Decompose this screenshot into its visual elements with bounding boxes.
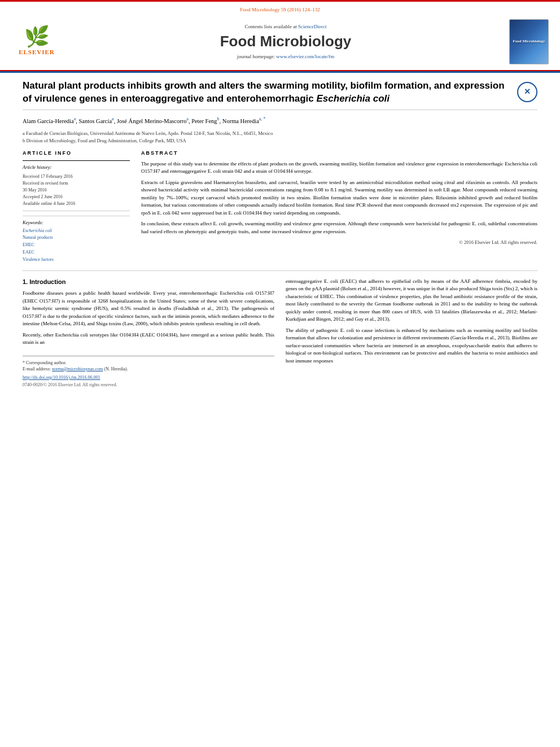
intro-section-title: Introduction [29, 278, 65, 285]
keyword-5: Virulence factors [23, 256, 130, 264]
intro-right-para1: enteroaggregative E. coli (EAEC) that ad… [286, 278, 537, 324]
footnote-area: * Corresponding author. E-mail address: … [23, 356, 274, 388]
author-2: , Santos García [76, 118, 112, 124]
article-info-column: ARTICLE INFO Article history: Received 1… [23, 150, 130, 263]
author-5-sup: a, * [259, 116, 266, 121]
abstract-column: ABSTRACT The purpose of this study was t… [141, 150, 537, 263]
corresponding-author: * Corresponding author. [23, 360, 274, 366]
copyright-line: © 2016 Elsevier Ltd. All rights reserved… [141, 239, 537, 246]
accepted-date: Accepted 2 June 2016 [23, 194, 130, 200]
author-1: Alam García-Heredia [23, 118, 74, 124]
contents-text: Contents lists available at [245, 24, 297, 29]
keyword-3: EHEC [23, 242, 130, 249]
intro-para2: Recently, other Escherichia coli serotyp… [23, 331, 274, 347]
article-history-label: Article history: [23, 164, 130, 171]
keywords-label: Keywords: [23, 220, 130, 226]
author-3: , José Ángel Merino-Mascorro [114, 118, 187, 124]
keyword-1: Escherichia coli [23, 228, 130, 235]
doi-link[interactable]: http://dx.doi.org/10.1016/j.fm.2016.06.0… [23, 375, 100, 380]
intro-right-column: enteroaggregative E. coli (EAEC) that ad… [286, 278, 537, 388]
sciencedirect-link[interactable]: ScienceDirect [298, 24, 326, 29]
elsevier-name: ELSEVIER [11, 48, 62, 56]
affiliation-a: a Facultad de Ciencias Biológicas, Unive… [23, 130, 537, 137]
homepage-text: journal homepage: [237, 54, 275, 59]
header-center: Contents lists available at ScienceDirec… [71, 23, 500, 60]
article-info-heading: ARTICLE INFO [23, 150, 130, 157]
available-date: Available online 4 June 2016 [23, 200, 130, 207]
crossmark-icon: ✕ [517, 82, 537, 102]
contents-available-line: Contents lists available at ScienceDirec… [71, 23, 500, 30]
intro-section-number: 1. [23, 278, 29, 285]
article-title-section: Natural plant products inhibits growth a… [23, 80, 537, 111]
affiliations: a Facultad de Ciencias Biológicas, Unive… [23, 130, 537, 145]
abstract-para2: Extracts of Lippia graveolens and Haemat… [141, 179, 537, 217]
affiliation-b: b Division of Microbiology, Food and Dru… [23, 137, 537, 145]
intro-para1: Foodborne diseases poses a public health… [23, 290, 274, 328]
article-info-box: Article history: Received 17 February 20… [23, 160, 130, 211]
keywords-box: Keywords: Escherichia coli Natural produ… [23, 216, 130, 264]
email-line: E-mail address: norma@microbiosynas.com … [23, 366, 274, 372]
authors-line: Alam García-Herediaa, Santos Garcíaa, Jo… [23, 116, 537, 126]
email-name: (N. Heredia). [104, 366, 128, 372]
abstract-text: The purpose of this study was to determi… [141, 160, 537, 246]
keyword-2: Natural products [23, 234, 130, 242]
author-4: , Peter Feng [189, 118, 217, 124]
intro-heading: 1. Introduction [23, 278, 274, 286]
article-info-abstract-section: ARTICLE INFO Article history: Received 1… [23, 150, 537, 263]
author-5: , Norma Heredia [220, 118, 259, 124]
doi-line: http://dx.doi.org/10.1016/j.fm.2016.06.0… [23, 374, 274, 381]
abstract-para1: The purpose of this study was to determi… [141, 160, 537, 176]
section-divider [23, 270, 537, 271]
received-date: Received 17 February 2016 [23, 173, 130, 180]
email-label: E-mail address: [23, 366, 51, 372]
elsevier-tree-icon: 🌿 [11, 27, 62, 47]
revised-date: 30 May 2016 [23, 187, 130, 194]
thumbnail-text: Food Microbiology [511, 37, 548, 46]
intro-left-column: 1. Introduction Foodborne diseases poses… [23, 278, 274, 388]
abstract-heading: ABSTRACT [141, 150, 537, 157]
email-link[interactable]: norma@microbiosynas.com [52, 366, 103, 372]
introduction-section: 1. Introduction Foodborne diseases poses… [23, 278, 537, 388]
received-revised-label: Received in revised form [23, 180, 130, 187]
keyword-4: EAEC [23, 249, 130, 256]
article-title: Natural plant products inhibits growth a… [23, 80, 511, 106]
abstract-para3: In conclusion, these extracts affect E. … [141, 220, 537, 235]
journal-thumbnail: Food Microbiology [509, 19, 549, 64]
main-content: Natural plant products inhibits growth a… [0, 73, 560, 400]
issn-line: 0740-0020/© 2016 Elsevier Ltd. All right… [23, 382, 274, 388]
homepage-link[interactable]: www.elsevier.com/locate/fm [276, 54, 334, 59]
journal-title: Food Microbiology [71, 31, 500, 51]
article-title-text: Natural plant products inhibits growth a… [23, 80, 505, 104]
journal-header: Food Microbiology 59 (2016) 124–132 🌿 EL… [0, 2, 560, 71]
elsevier-logo: 🌿 ELSEVIER [11, 27, 62, 56]
homepage-line: journal homepage: www.elsevier.com/locat… [71, 53, 500, 60]
journal-citation: Food Microbiology 59 (2016) 124–132 [0, 6, 560, 14]
article-title-italic: Escherichia coli [317, 93, 390, 104]
intro-right-para2: The ability of pathogenic E. coli to cau… [286, 327, 537, 365]
crossmark[interactable]: ✕ [517, 82, 537, 102]
